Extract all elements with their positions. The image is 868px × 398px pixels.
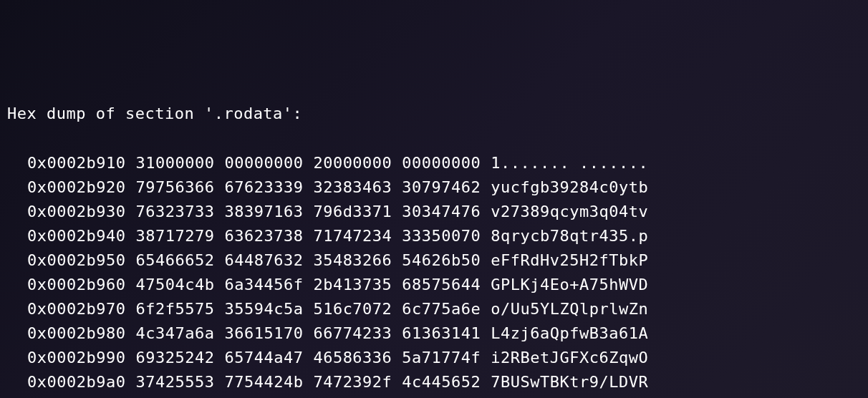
hex-bytes: 796d3371 xyxy=(313,203,392,220)
hex-bytes: 66774233 xyxy=(313,324,392,342)
hex-bytes: 20000000 xyxy=(313,154,392,172)
hex-address: 0x0002b970 xyxy=(27,300,125,318)
hex-ascii: 8qrycb78qtr435.p xyxy=(491,227,648,245)
hex-bytes: 30347476 xyxy=(402,203,481,220)
hex-bytes: 516c7072 xyxy=(313,300,392,318)
hexdump-row: 0x0002b9906932524265744a47465863365a7177… xyxy=(7,346,861,370)
hexdump-row: 0x0002b95065466652644876323548326654626b… xyxy=(7,248,861,273)
hex-bytes: 68575644 xyxy=(402,276,481,293)
hex-address: 0x0002b960 xyxy=(27,276,125,293)
hexdump-row: 0x0002b9706f2f557535594c5a516c70726c775a… xyxy=(7,297,861,321)
hex-bytes: 65466652 xyxy=(135,251,214,269)
hexdump-header: Hex dump of section '.rodata': xyxy=(7,102,861,126)
hex-bytes: 2b413735 xyxy=(313,276,392,293)
hexdump-rows: 0x0002b910310000000000000020000000000000… xyxy=(7,151,861,398)
hexdump-row: 0x0002b96047504c4b6a34456f2b413735685756… xyxy=(7,273,861,297)
hex-address: 0x0002b930 xyxy=(27,203,125,220)
hex-bytes: 7754424b xyxy=(224,373,303,391)
hex-bytes: 00000000 xyxy=(402,154,481,172)
hex-bytes: 6f2f5575 xyxy=(135,300,214,318)
hexdump-row: 0x0002b920797563666762333932383463307974… xyxy=(7,175,861,200)
hex-bytes: 4c445652 xyxy=(402,373,481,391)
hex-ascii: 1....... ....... xyxy=(491,154,648,172)
hex-bytes: 36615170 xyxy=(224,324,303,342)
hex-ascii: 7BUSwTBKtr9/LDVR xyxy=(491,373,648,391)
hex-ascii: eFfRdHv25H2fTbkP xyxy=(491,251,648,269)
hex-bytes: 35483266 xyxy=(313,251,392,269)
hex-address: 0x0002b950 xyxy=(27,251,125,269)
hex-address: 0x0002b910 xyxy=(27,154,125,172)
hex-bytes: 67623339 xyxy=(224,178,303,196)
hex-bytes: 4c347a6a xyxy=(135,324,214,342)
hex-bytes: 69325242 xyxy=(135,349,214,367)
hex-bytes: 30797462 xyxy=(402,178,481,196)
hex-ascii: L4zj6aQpfwB3a61A xyxy=(491,324,648,342)
hex-bytes: 71747234 xyxy=(313,227,392,245)
hex-bytes: 65744a47 xyxy=(224,349,303,367)
hex-bytes: 35594c5a xyxy=(224,300,303,318)
hex-bytes: 38717279 xyxy=(135,227,214,245)
hex-bytes: 38397163 xyxy=(224,203,303,220)
hex-ascii: o/Uu5YLZQlprlwZn xyxy=(491,300,648,318)
hex-ascii: GPLKj4Eo+A75hWVD xyxy=(491,276,648,293)
hex-bytes: 63623738 xyxy=(224,227,303,245)
hex-address: 0x0002b980 xyxy=(27,324,125,342)
hex-address: 0x0002b920 xyxy=(27,178,125,196)
hex-bytes: 32383463 xyxy=(313,178,392,196)
hex-bytes: 76323733 xyxy=(135,203,214,220)
hex-address: 0x0002b940 xyxy=(27,227,125,245)
hexdump-row: 0x0002b940387172796362373871747234333500… xyxy=(7,224,861,248)
hex-bytes: 5a71774f xyxy=(402,349,481,367)
hex-ascii: yucfgb39284c0ytb xyxy=(491,178,648,196)
hex-bytes: 31000000 xyxy=(135,154,214,172)
hexdump-row: 0x0002b9b043634b705937444577356d6d653973… xyxy=(7,395,861,399)
hex-bytes: 61363141 xyxy=(402,324,481,342)
hex-bytes: 47504c4b xyxy=(135,276,214,293)
hexdump-row: 0x0002b910310000000000000020000000000000… xyxy=(7,151,861,175)
hexdump-row: 0x0002b9804c347a6a3661517066774233613631… xyxy=(7,321,861,346)
hex-bytes: 6a34456f xyxy=(224,276,303,293)
hex-bytes: 00000000 xyxy=(224,154,303,172)
hex-bytes: 46586336 xyxy=(313,349,392,367)
hex-address: 0x0002b990 xyxy=(27,349,125,367)
hex-bytes: 54626b50 xyxy=(402,251,481,269)
hex-ascii: v27389qcym3q04tv xyxy=(491,203,648,220)
hex-ascii: i2RBetJGFXc6ZqwO xyxy=(491,349,648,367)
hex-bytes: 37425553 xyxy=(135,373,214,391)
hexdump-row: 0x0002b9a0374255537754424b7472392f4c4456… xyxy=(7,370,861,394)
hex-bytes: 79756366 xyxy=(135,178,214,196)
hex-bytes: 7472392f xyxy=(313,373,392,391)
hex-address: 0x0002b9a0 xyxy=(27,373,125,391)
hex-bytes: 64487632 xyxy=(224,251,303,269)
hexdump-row: 0x0002b9307632373338397163796d3371303474… xyxy=(7,200,861,224)
hex-bytes: 33350070 xyxy=(402,227,481,245)
hex-bytes: 6c775a6e xyxy=(402,300,481,318)
